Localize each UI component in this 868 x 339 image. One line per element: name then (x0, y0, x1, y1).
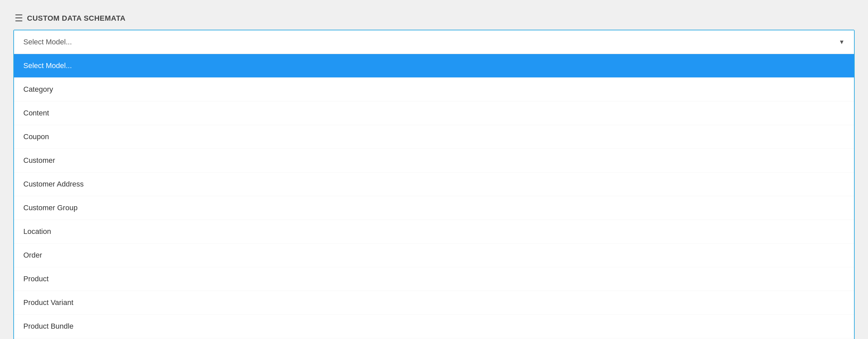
dropdown-option-customer[interactable]: Customer (14, 149, 854, 172)
page-container: ☰ CUSTOM DATA SCHEMATA Select Model... ▼… (0, 0, 868, 339)
dropdown-option-content[interactable]: Content (14, 102, 854, 125)
page-title: CUSTOM DATA SCHEMATA (27, 14, 126, 23)
dropdown-selected-label: Select Model... (23, 38, 72, 46)
dropdown-option-product-variant[interactable]: Product Variant (14, 291, 854, 315)
page-header: ☰ CUSTOM DATA SCHEMATA (7, 7, 861, 30)
dropdown-arrow-icon: ▼ (839, 39, 845, 46)
dropdown-option-location[interactable]: Location (14, 220, 854, 244)
dropdown-option-product[interactable]: Product (14, 267, 854, 291)
dropdown-option-customer-address[interactable]: Customer Address (14, 172, 854, 196)
dropdown-selected[interactable]: Select Model... ▼ (14, 30, 854, 54)
menu-icon: ☰ (15, 13, 23, 24)
dropdown-option-select-model[interactable]: Select Model... (14, 54, 854, 78)
dropdown-option-customer-group[interactable]: Customer Group (14, 196, 854, 220)
dropdown-option-order[interactable]: Order (14, 244, 854, 267)
dropdown-option-category[interactable]: Category (14, 78, 854, 102)
dropdown-option-coupon[interactable]: Coupon (14, 125, 854, 149)
model-dropdown-container: Select Model... ▼ Select Model...Categor… (13, 30, 855, 339)
dropdown-list: Select Model...CategoryContentCouponCust… (14, 54, 854, 339)
dropdown-option-product-bundle[interactable]: Product Bundle (14, 315, 854, 338)
